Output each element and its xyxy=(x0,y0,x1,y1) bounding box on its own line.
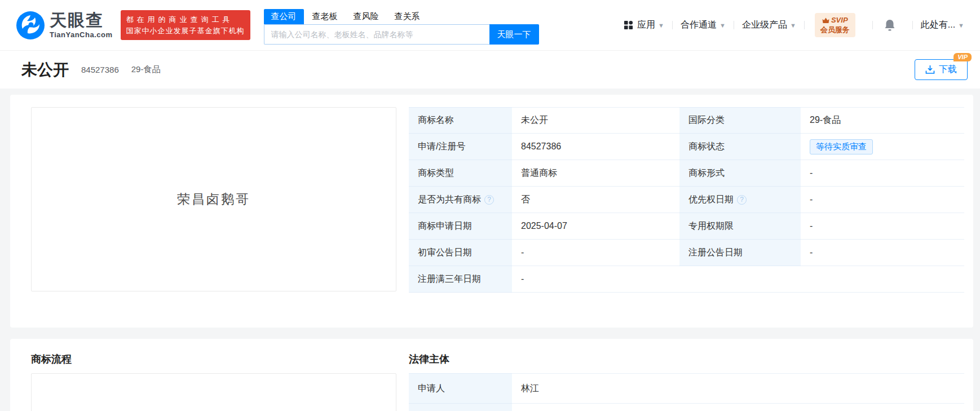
field-value: 29-食品 xyxy=(801,107,964,134)
field-value: 84527386 xyxy=(512,134,679,160)
status-badge[interactable]: 等待实质审查 xyxy=(810,139,873,154)
nav-enterprise-label: 企业级产品 xyxy=(742,19,787,31)
notification-bell-icon[interactable] xyxy=(884,19,895,32)
chevron-down-icon: ▼ xyxy=(790,22,796,29)
field-value: - xyxy=(801,213,964,240)
promo-line1: 都在用的商业查询工具 xyxy=(126,14,245,25)
section-title-process: 商标流程 xyxy=(31,352,409,366)
lower-card: 商标流程 法律主体 申请人 林江 xyxy=(10,339,973,411)
page-title-bar: 未公开 84527386 29-食品 下载 VIP xyxy=(0,51,980,89)
field-value: - xyxy=(801,187,964,213)
search-input[interactable] xyxy=(264,24,489,45)
field-label xyxy=(409,404,512,411)
field-label: 国际分类 xyxy=(679,107,801,134)
field-label: 申请人 xyxy=(409,373,512,404)
download-button[interactable]: 下载 xyxy=(915,59,968,80)
field-label: 商标名称 xyxy=(409,107,512,134)
tianyancha-logo-icon xyxy=(16,11,45,40)
header-nav: 应用 ▼ 合作通道 ▼ 企业级产品 ▼ SVIP 会员服务 xyxy=(624,13,964,37)
search-tabs: 查公司 查老板 查风险 查关系 xyxy=(264,9,539,24)
nav-apps-label: 应用 xyxy=(637,19,655,31)
download-label: 下载 xyxy=(939,64,957,76)
field-value: 普通商标 xyxy=(512,160,679,187)
promo-badge: 都在用的商业查询工具 国家中小企业发展子基金旗下机构 xyxy=(121,10,250,40)
promo-line2: 国家中小企业发展子基金旗下机构 xyxy=(126,25,245,37)
logo-title: 天眼查 xyxy=(50,12,113,29)
svip-member-button[interactable]: SVIP 会员服务 xyxy=(815,13,855,37)
grid-icon xyxy=(624,20,633,30)
field-label: 申请/注册号 xyxy=(409,134,512,160)
search-tab-relation[interactable]: 查关系 xyxy=(395,9,420,24)
chevron-down-icon: ▼ xyxy=(658,22,664,29)
field-value: 等待实质审查 xyxy=(801,134,964,160)
field-label: 商标申请日期 xyxy=(409,213,512,240)
table-row: 是否为共有商标 否 优先权日期 - xyxy=(409,187,964,213)
field-value: 林江 xyxy=(512,373,964,404)
table-row xyxy=(409,404,964,411)
trademark-detail-card: 荣昌卤鹅哥 商标名称 未公开 国际分类 29-食品 申请/注册号 8452738… xyxy=(10,95,973,328)
svip-sublabel: 会员服务 xyxy=(820,25,850,34)
section-title-legal: 法律主体 xyxy=(409,352,964,366)
table-row: 申请人 林江 xyxy=(409,373,964,404)
trademark-image-text: 荣昌卤鹅哥 xyxy=(177,191,250,208)
crown-icon xyxy=(822,17,829,24)
table-row: 商标名称 未公开 国际分类 29-食品 xyxy=(409,107,964,134)
trademark-flow-box xyxy=(31,373,396,411)
field-value xyxy=(512,404,964,411)
nav-apps[interactable]: 应用 ▼ xyxy=(624,19,664,31)
field-label: 商标形式 xyxy=(679,160,801,187)
intl-category: 29-食品 xyxy=(131,64,161,75)
field-value: 2025-04-07 xyxy=(512,213,679,240)
field-value: 否 xyxy=(512,187,679,213)
page-title: 未公开 xyxy=(21,59,69,81)
download-icon xyxy=(925,65,935,74)
help-icon[interactable] xyxy=(484,195,494,205)
help-icon[interactable] xyxy=(737,195,747,205)
svip-label: SVIP xyxy=(831,16,848,25)
field-label: 商标类型 xyxy=(409,160,512,187)
nav-partner-label: 合作通道 xyxy=(681,19,717,31)
registration-number: 84527386 xyxy=(81,65,119,74)
field-value: - xyxy=(512,240,679,266)
search-button[interactable]: 天眼一下 xyxy=(489,24,539,45)
field-label: 优先权日期 xyxy=(679,187,801,213)
field-label: 是否为共有商标 xyxy=(409,187,512,213)
nav-enterprise[interactable]: 企业级产品 ▼ xyxy=(742,19,796,31)
field-label: 初审公告日期 xyxy=(409,240,512,266)
search-tab-company[interactable]: 查公司 xyxy=(264,9,304,24)
table-row: 商标类型 普通商标 商标形式 - xyxy=(409,160,964,187)
legal-entity-table: 申请人 林江 xyxy=(409,373,964,411)
logo-domain: TianYanCha.com xyxy=(50,31,113,38)
search-tab-boss[interactable]: 查老板 xyxy=(312,9,338,24)
chevron-down-icon: ▼ xyxy=(958,22,964,29)
field-label: 注册满三年日期 xyxy=(409,266,512,293)
nav-partner[interactable]: 合作通道 ▼ xyxy=(681,19,726,31)
tianyancha-logo[interactable]: 天眼查 TianYanCha.com xyxy=(16,11,113,40)
trademark-image: 荣昌卤鹅哥 xyxy=(31,107,396,291)
field-value: - xyxy=(512,266,964,293)
field-label: 注册公告日期 xyxy=(679,240,801,266)
table-row: 申请/注册号 84527386 商标状态 等待实质审查 xyxy=(409,134,964,160)
chevron-down-icon: ▼ xyxy=(719,22,726,29)
search-tab-risk[interactable]: 查风险 xyxy=(354,9,379,24)
field-value: - xyxy=(801,160,964,187)
account-menu[interactable]: 此处有... ▼ xyxy=(921,19,964,31)
table-row: 注册满三年日期 - xyxy=(409,266,964,293)
account-name: 此处有... xyxy=(921,19,955,31)
search-module: 查公司 查老板 查风险 查关系 天眼一下 xyxy=(264,6,539,45)
table-row: 初审公告日期 - 注册公告日期 - xyxy=(409,240,964,266)
top-header: 天眼查 TianYanCha.com 都在用的商业查询工具 国家中小企业发展子基… xyxy=(0,0,980,51)
table-row: 商标申请日期 2025-04-07 专用权期限 - xyxy=(409,213,964,240)
trademark-detail-table: 商标名称 未公开 国际分类 29-食品 申请/注册号 84527386 商标状态… xyxy=(409,107,964,293)
field-label: 专用权期限 xyxy=(679,213,801,240)
field-value: - xyxy=(801,240,964,266)
vip-badge: VIP xyxy=(953,53,972,61)
field-label: 商标状态 xyxy=(679,134,801,160)
field-value: 未公开 xyxy=(512,107,679,134)
